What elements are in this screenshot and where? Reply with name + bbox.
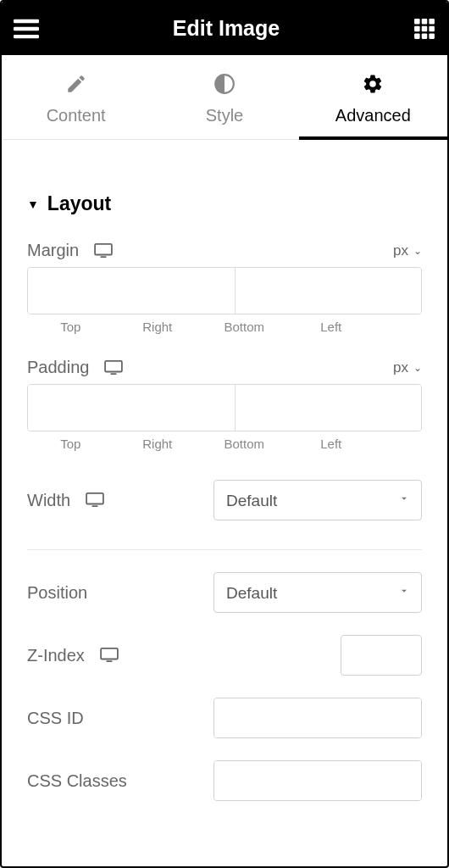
divider: [27, 549, 422, 550]
tabs: Content Style Advanced: [2, 55, 447, 140]
apps-grid-icon[interactable]: [413, 18, 435, 40]
gear-icon: [299, 72, 447, 96]
responsive-desktop-icon[interactable]: [94, 243, 113, 259]
svg-rect-3: [414, 19, 420, 25]
svg-rect-6: [414, 25, 420, 31]
tab-content[interactable]: Content: [2, 55, 150, 139]
svg-rect-0: [14, 19, 39, 22]
svg-rect-5: [429, 19, 435, 25]
svg-rect-8: [429, 25, 435, 31]
padding-label: Padding: [27, 358, 89, 377]
svg-rect-1: [14, 26, 39, 30]
svg-rect-11: [429, 33, 435, 39]
cssclasses-label: CSS Classes: [27, 771, 127, 791]
margin-right-input[interactable]: [236, 268, 422, 314]
header-bar: Edit Image: [2, 2, 447, 55]
section-layout-title: Layout: [47, 192, 111, 215]
width-label: Width: [27, 491, 70, 510]
padding-bottom-lbl: Bottom: [201, 437, 288, 451]
svg-rect-20: [106, 660, 112, 662]
svg-rect-7: [422, 25, 428, 31]
page-title: Edit Image: [173, 16, 280, 41]
cssclasses-row: CSS Classes: [27, 760, 422, 801]
width-select[interactable]: Default: [213, 480, 422, 520]
pencil-icon: [2, 72, 150, 96]
svg-rect-15: [106, 360, 123, 371]
padding-top-input[interactable]: [28, 385, 236, 431]
svg-rect-14: [101, 256, 107, 258]
margin-right-lbl: Right: [114, 320, 202, 334]
padding-row: Padding px ⌄: [27, 358, 422, 377]
svg-rect-17: [86, 493, 103, 504]
contrast-icon: [150, 72, 298, 96]
padding-unit-label: px: [393, 359, 408, 376]
padding-left-lbl: Left: [288, 437, 375, 451]
margin-side-labels: Top Right Bottom Left: [27, 320, 422, 334]
responsive-desktop-icon[interactable]: [100, 648, 119, 663]
position-label: Position: [27, 583, 87, 603]
cssclasses-input[interactable]: [214, 761, 422, 800]
margin-unit-select[interactable]: px ⌄: [393, 242, 422, 259]
margin-left-lbl: Left: [288, 320, 375, 334]
position-select[interactable]: Default: [213, 572, 422, 613]
padding-unit-select[interactable]: px ⌄: [393, 359, 422, 376]
svg-rect-2: [14, 34, 39, 37]
svg-rect-16: [111, 373, 117, 375]
section-layout-header[interactable]: ▼ Layout: [27, 192, 422, 215]
padding-inputs: [27, 384, 422, 431]
hamburger-icon[interactable]: [14, 16, 39, 42]
zindex-label: Z-Index: [27, 646, 85, 665]
svg-rect-9: [414, 33, 420, 39]
chevron-down-icon: ⌄: [413, 362, 422, 374]
chevron-down-icon: ⌄: [413, 245, 422, 257]
width-row: Width Default: [27, 480, 422, 520]
padding-top-lbl: Top: [27, 437, 114, 451]
margin-row: Margin px ⌄: [27, 241, 422, 260]
position-row: Position Default: [27, 572, 422, 613]
margin-bottom-lbl: Bottom: [201, 320, 288, 334]
padding-right-input[interactable]: [236, 385, 422, 431]
tab-style-label: Style: [150, 106, 298, 125]
responsive-desktop-icon[interactable]: [104, 360, 123, 376]
margin-top-input[interactable]: [28, 268, 236, 314]
margin-inputs: [27, 267, 422, 314]
tab-advanced[interactable]: Advanced: [299, 55, 447, 139]
margin-label: Margin: [27, 241, 79, 260]
tab-advanced-label: Advanced: [299, 106, 447, 125]
svg-rect-13: [95, 243, 112, 254]
svg-rect-18: [92, 505, 98, 507]
tab-style[interactable]: Style: [150, 55, 298, 139]
cssid-input[interactable]: [214, 698, 422, 737]
cssid-row: CSS ID: [27, 698, 422, 738]
cssid-label: CSS ID: [27, 709, 84, 728]
responsive-desktop-icon[interactable]: [86, 492, 104, 508]
padding-right-lbl: Right: [114, 437, 202, 451]
zindex-input[interactable]: [341, 635, 422, 676]
svg-rect-10: [422, 33, 428, 39]
svg-rect-19: [101, 648, 118, 659]
margin-unit-label: px: [393, 242, 408, 259]
zindex-row: Z-Index: [27, 635, 422, 676]
advanced-panel: ▼ Layout Margin px ⌄ T: [2, 140, 447, 857]
svg-rect-4: [422, 19, 428, 25]
padding-side-labels: Top Right Bottom Left: [27, 437, 422, 451]
caret-down-icon: ▼: [27, 198, 39, 211]
tab-content-label: Content: [2, 106, 150, 125]
margin-top-lbl: Top: [27, 320, 114, 334]
